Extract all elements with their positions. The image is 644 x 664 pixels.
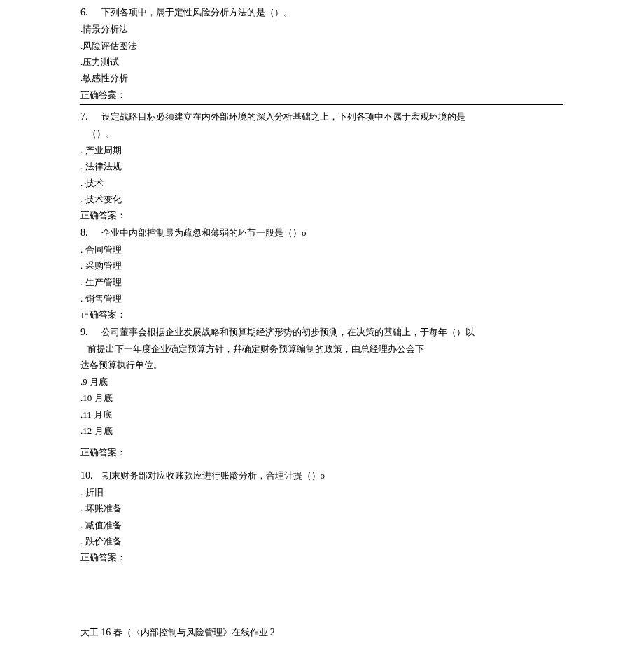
option: . 坏账准备: [80, 500, 564, 516]
question-number: 8.: [80, 227, 88, 238]
question-text-cont: （）。: [80, 125, 564, 141]
question-number: 9.: [80, 327, 88, 337]
answer-label: 正确答案：: [80, 444, 564, 460]
question-9-stem: 9. 公司董事会根据企业发展战略和预算期经济形势的初步预测，在决策的基础上，于每…: [80, 323, 564, 341]
option: .11 月底: [80, 407, 564, 423]
option: . 生产管理: [80, 274, 564, 290]
option: .敏感性分析: [80, 70, 564, 86]
option: . 技术变化: [80, 191, 564, 207]
option: .10 月底: [80, 390, 564, 406]
question-9: 9. 公司董事会根据企业发展战略和预算期经济形势的初步预测，在决策的基础上，于每…: [80, 323, 564, 461]
option: . 采购管理: [80, 257, 564, 274]
question-8: 8. 企业中内部控制最为疏忽和薄弱的环节一般是（）o . 合同管理 . 采购管理…: [80, 224, 564, 323]
question-6-stem: 6. 下列各项中，属于定性风险分析方法的是（）。: [80, 3, 564, 21]
option: .12 月底: [80, 423, 564, 439]
question-number: 7.: [80, 111, 88, 122]
question-text: 期末财务部对应收账款应进行账龄分析，合理计提（）o: [102, 470, 326, 481]
question-7-stem: 7. 设定战略目标必须建立在内外部环境的深入分析基础之上，下列各项中不属于宏观环…: [80, 108, 564, 125]
option: . 合同管理: [80, 241, 564, 257]
option: . 折旧: [80, 484, 564, 500]
question-7: 7. 设定战略目标必须建立在内外部环境的深入分析基础之上，下列各项中不属于宏观环…: [80, 108, 564, 224]
answer-label: 正确答案：: [80, 549, 564, 565]
option: .压力测试: [80, 54, 564, 70]
footer-text: 大工 16 春（〈内部控制与风险管理》在线作业 2: [80, 623, 564, 641]
option: .风险评估图法: [80, 38, 564, 54]
question-text: 企业中内部控制最为疏忽和薄弱的环节一般是（）o: [102, 227, 307, 238]
option: . 减值准备: [80, 517, 564, 533]
question-10: 10. 期末财务部对应收账款应进行账龄分析，合理计提（）o . 折旧 . 坏账准…: [80, 467, 564, 566]
option: .情景分析法: [80, 21, 564, 37]
divider: [80, 104, 564, 105]
question-text-cont: 前提出下一年度企业确定预算方针，幷确定财务预算编制的政策，由总经理办公会下: [80, 341, 564, 357]
option: . 技术: [80, 175, 564, 191]
question-text: 设定战略目标必须建立在内外部环境的深入分析基础之上，下列各项中不属于宏观环境的是: [102, 111, 465, 122]
option: . 销售管理: [80, 290, 564, 306]
question-number: 10.: [80, 470, 93, 481]
answer-label: 正确答案：: [80, 306, 564, 323]
option: . 跌价准备: [80, 533, 564, 549]
question-number: 6.: [80, 7, 88, 17]
document-content: 6. 下列各项中，属于定性风险分析方法的是（）。 .情景分析法 .风险评估图法 …: [0, 0, 644, 655]
spacer: [80, 566, 564, 623]
question-text-cont2: 达各预算执行单位。: [80, 357, 564, 373]
option: . 法律法规: [80, 158, 564, 174]
question-10-stem: 10. 期末财务部对应收账款应进行账龄分析，合理计提（）o: [80, 467, 564, 484]
question-text: 下列各项中，属于定性风险分析方法的是（）。: [102, 7, 293, 17]
answer-label: 正确答案：: [80, 207, 564, 223]
option: . 产业周期: [80, 142, 564, 158]
question-text: 公司董事会根据企业发展战略和预算期经济形势的初步预测，在决策的基础上，于每年（）…: [102, 327, 475, 337]
option: .9 月底: [80, 374, 564, 390]
question-8-stem: 8. 企业中内部控制最为疏忽和薄弱的环节一般是（）o: [80, 224, 564, 241]
question-6: 6. 下列各项中，属于定性风险分析方法的是（）。 .情景分析法 .风险评估图法 …: [80, 3, 564, 103]
answer-label: 正确答案：: [80, 87, 564, 103]
